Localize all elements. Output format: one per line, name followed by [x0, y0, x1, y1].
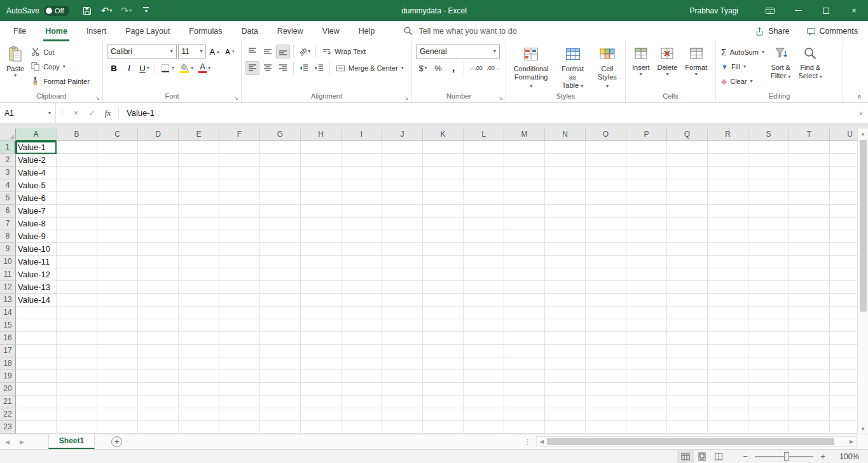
cell-T14[interactable] — [789, 307, 830, 319]
cell-M2[interactable] — [504, 154, 545, 167]
cell-G21[interactable] — [260, 396, 301, 408]
cell-J8[interactable] — [382, 230, 423, 243]
cell-J13[interactable] — [382, 294, 423, 307]
cell-E5[interactable] — [179, 192, 219, 205]
cell-O8[interactable] — [586, 230, 626, 243]
cell-F5[interactable] — [219, 192, 260, 205]
cell-M11[interactable] — [504, 268, 545, 281]
cell-R3[interactable] — [708, 167, 748, 179]
cell-L11[interactable] — [464, 268, 504, 281]
cell-K7[interactable] — [423, 218, 464, 230]
cell-H19[interactable] — [301, 370, 341, 383]
cell-M16[interactable] — [504, 332, 545, 345]
number-dialog-launcher[interactable]: ↘ — [498, 95, 503, 101]
cell-R20[interactable] — [708, 383, 748, 396]
cell-D1[interactable] — [138, 141, 179, 154]
cell-E19[interactable] — [179, 370, 219, 383]
row-header-10[interactable]: 10 — [0, 256, 16, 268]
cell-A11[interactable]: Value-12 — [16, 268, 57, 281]
cell-G19[interactable] — [260, 370, 301, 383]
cell-J9[interactable] — [382, 243, 423, 256]
format-as-table-button[interactable]: Format as Table ▾ — [553, 43, 591, 92]
cell-S17[interactable] — [748, 345, 789, 357]
cell-D19[interactable] — [138, 370, 179, 383]
cell-I14[interactable] — [341, 307, 382, 319]
cell-G16[interactable] — [260, 332, 301, 345]
cell-C9[interactable] — [97, 243, 138, 256]
cell-N19[interactable] — [545, 370, 586, 383]
cell-O11[interactable] — [586, 268, 626, 281]
cell-F23[interactable] — [219, 421, 260, 434]
cell-N10[interactable] — [545, 256, 586, 268]
cell-J6[interactable] — [382, 205, 423, 218]
align-right-button[interactable] — [276, 61, 290, 75]
cell-T9[interactable] — [789, 243, 830, 256]
cell-B1[interactable] — [57, 141, 97, 154]
cell-P22[interactable] — [626, 408, 667, 421]
name-box[interactable]: A1 ▾ — [0, 103, 56, 123]
cell-M13[interactable] — [504, 294, 545, 307]
cell-Q6[interactable] — [667, 205, 708, 218]
cell-R12[interactable] — [708, 281, 748, 294]
cell-L6[interactable] — [464, 205, 504, 218]
scroll-down-icon[interactable]: ▼ — [858, 424, 868, 434]
enter-icon[interactable]: ✓ — [84, 109, 100, 118]
cell-D3[interactable] — [138, 167, 179, 179]
cell-S7[interactable] — [748, 218, 789, 230]
cell-J7[interactable] — [382, 218, 423, 230]
cell-J18[interactable] — [382, 357, 423, 370]
cell-D20[interactable] — [138, 383, 179, 396]
column-header-F[interactable]: F — [219, 128, 260, 141]
row-header-20[interactable]: 20 — [0, 383, 16, 396]
cell-B6[interactable] — [57, 205, 97, 218]
italic-button[interactable]: I — [122, 61, 136, 75]
cell-F19[interactable] — [219, 370, 260, 383]
cell-S1[interactable] — [748, 141, 789, 154]
cell-P16[interactable] — [626, 332, 667, 345]
cell-K8[interactable] — [423, 230, 464, 243]
cell-T12[interactable] — [789, 281, 830, 294]
cell-F3[interactable] — [219, 167, 260, 179]
customize-quick-access-toolbar-button[interactable]: ▾ — [138, 3, 155, 19]
cell-Q8[interactable] — [667, 230, 708, 243]
vertical-scroll-thumb[interactable] — [860, 140, 867, 312]
cell-B20[interactable] — [57, 383, 97, 396]
cell-N16[interactable] — [545, 332, 586, 345]
cell-G18[interactable] — [260, 357, 301, 370]
comma-style-button[interactable]: , — [446, 61, 460, 75]
borders-button[interactable]: ▾ — [158, 61, 176, 75]
cell-M1[interactable] — [504, 141, 545, 154]
cell-H22[interactable] — [301, 408, 341, 421]
cell-A15[interactable] — [16, 319, 57, 332]
cell-H12[interactable] — [301, 281, 341, 294]
fill-button[interactable]: ▼ Fill ▾ — [719, 60, 767, 73]
cell-F1[interactable] — [219, 141, 260, 154]
page-break-preview-button[interactable] — [710, 450, 727, 463]
horizontal-scroll-thumb[interactable] — [547, 438, 834, 445]
insert-cells-button[interactable]: Insert ▾ — [628, 43, 654, 92]
cell-P13[interactable] — [626, 294, 667, 307]
zoom-out-icon[interactable]: − — [741, 452, 750, 461]
cell-B8[interactable] — [57, 230, 97, 243]
cell-Q21[interactable] — [667, 396, 708, 408]
insert-function-icon[interactable]: fx — [100, 108, 116, 118]
cell-T19[interactable] — [789, 370, 830, 383]
copy-button[interactable]: Copy ▾ — [28, 60, 92, 73]
cell-K5[interactable] — [423, 192, 464, 205]
cell-L19[interactable] — [464, 370, 504, 383]
cell-Q11[interactable] — [667, 268, 708, 281]
cell-C19[interactable] — [97, 370, 138, 383]
font-color-button[interactable]: A ▾ — [196, 61, 212, 75]
maximize-button[interactable] — [812, 0, 840, 21]
cell-H11[interactable] — [301, 268, 341, 281]
cell-H8[interactable] — [301, 230, 341, 243]
column-header-J[interactable]: J — [382, 128, 423, 141]
column-header-H[interactable]: H — [301, 128, 341, 141]
cell-A7[interactable]: Value-8 — [16, 218, 57, 230]
cell-Q9[interactable] — [667, 243, 708, 256]
cell-M17[interactable] — [504, 345, 545, 357]
cell-K6[interactable] — [423, 205, 464, 218]
cell-F21[interactable] — [219, 396, 260, 408]
cell-P5[interactable] — [626, 192, 667, 205]
cell-J3[interactable] — [382, 167, 423, 179]
